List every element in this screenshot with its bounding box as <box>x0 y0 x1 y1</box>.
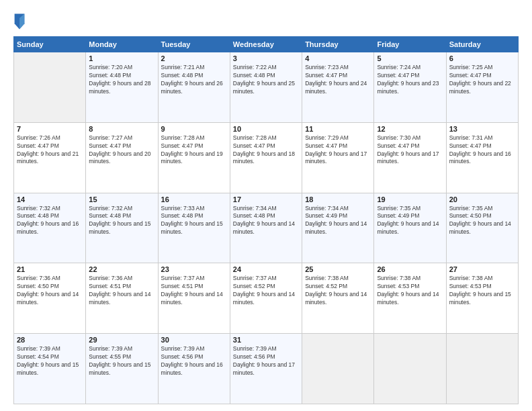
header-row: SundayMondayTuesdayWednesdayThursdayFrid… <box>14 37 519 52</box>
day-number: 14 <box>17 195 83 203</box>
day-info: Sunrise: 7:35 AMSunset: 4:50 PMDaylight:… <box>449 205 515 237</box>
day-cell: 10Sunrise: 7:28 AMSunset: 4:47 PMDayligh… <box>230 122 302 193</box>
day-number: 1 <box>89 54 154 62</box>
day-cell <box>14 52 86 123</box>
logo-icon <box>13 12 26 31</box>
day-number: 27 <box>449 265 515 273</box>
day-info: Sunrise: 7:39 AMSunset: 4:55 PMDaylight:… <box>89 345 154 377</box>
day-info: Sunrise: 7:21 AMSunset: 4:48 PMDaylight:… <box>161 64 227 96</box>
week-row-5: 28Sunrise: 7:39 AMSunset: 4:54 PMDayligh… <box>14 334 519 404</box>
col-header-friday: Friday <box>374 37 446 52</box>
day-number: 24 <box>233 265 299 273</box>
day-info: Sunrise: 7:28 AMSunset: 4:47 PMDaylight:… <box>233 134 299 167</box>
day-cell: 28Sunrise: 7:39 AMSunset: 4:54 PMDayligh… <box>14 334 86 404</box>
day-info: Sunrise: 7:38 AMSunset: 4:53 PMDaylight:… <box>377 275 443 307</box>
day-cell: 7Sunrise: 7:26 AMSunset: 4:47 PMDaylight… <box>14 122 86 193</box>
day-number: 15 <box>89 195 154 203</box>
day-number: 17 <box>233 195 299 203</box>
day-info: Sunrise: 7:39 AMSunset: 4:56 PMDaylight:… <box>233 345 299 377</box>
day-cell: 8Sunrise: 7:27 AMSunset: 4:47 PMDaylight… <box>86 122 158 193</box>
day-info: Sunrise: 7:39 AMSunset: 4:54 PMDaylight:… <box>17 345 83 377</box>
day-info: Sunrise: 7:32 AMSunset: 4:48 PMDaylight:… <box>17 205 83 237</box>
day-info: Sunrise: 7:39 AMSunset: 4:56 PMDaylight:… <box>161 345 227 377</box>
day-cell: 16Sunrise: 7:33 AMSunset: 4:48 PMDayligh… <box>158 193 230 263</box>
day-number: 21 <box>17 265 83 273</box>
day-cell: 5Sunrise: 7:24 AMSunset: 4:47 PMDaylight… <box>374 52 446 123</box>
day-number: 22 <box>89 265 154 273</box>
day-cell: 11Sunrise: 7:29 AMSunset: 4:47 PMDayligh… <box>302 122 374 193</box>
day-number: 12 <box>377 125 443 133</box>
day-cell: 2Sunrise: 7:21 AMSunset: 4:48 PMDaylight… <box>158 52 230 123</box>
week-row-4: 21Sunrise: 7:36 AMSunset: 4:50 PMDayligh… <box>14 263 519 334</box>
day-cell: 13Sunrise: 7:31 AMSunset: 4:47 PMDayligh… <box>446 122 518 193</box>
day-info: Sunrise: 7:33 AMSunset: 4:48 PMDaylight:… <box>161 205 227 237</box>
col-header-thursday: Thursday <box>302 37 374 52</box>
week-row-2: 7Sunrise: 7:26 AMSunset: 4:47 PMDaylight… <box>14 122 519 193</box>
day-number: 11 <box>305 125 371 133</box>
day-number: 18 <box>305 195 371 203</box>
day-cell: 4Sunrise: 7:23 AMSunset: 4:47 PMDaylight… <box>302 52 374 123</box>
header <box>13 12 519 31</box>
day-info: Sunrise: 7:24 AMSunset: 4:47 PMDaylight:… <box>377 64 443 96</box>
day-cell: 25Sunrise: 7:38 AMSunset: 4:52 PMDayligh… <box>302 263 374 334</box>
day-cell: 22Sunrise: 7:36 AMSunset: 4:51 PMDayligh… <box>86 263 158 334</box>
day-cell: 3Sunrise: 7:22 AMSunset: 4:48 PMDaylight… <box>230 52 302 123</box>
day-cell: 27Sunrise: 7:38 AMSunset: 4:53 PMDayligh… <box>446 263 518 334</box>
day-cell: 31Sunrise: 7:39 AMSunset: 4:56 PMDayligh… <box>230 334 302 404</box>
day-info: Sunrise: 7:26 AMSunset: 4:47 PMDaylight:… <box>17 134 83 167</box>
day-number: 13 <box>449 125 515 133</box>
col-header-sunday: Sunday <box>14 37 86 52</box>
day-info: Sunrise: 7:37 AMSunset: 4:52 PMDaylight:… <box>233 275 299 307</box>
day-info: Sunrise: 7:22 AMSunset: 4:48 PMDaylight:… <box>233 64 299 96</box>
day-cell: 21Sunrise: 7:36 AMSunset: 4:50 PMDayligh… <box>14 263 86 334</box>
day-cell: 24Sunrise: 7:37 AMSunset: 4:52 PMDayligh… <box>230 263 302 334</box>
day-number: 25 <box>305 265 371 273</box>
day-cell: 26Sunrise: 7:38 AMSunset: 4:53 PMDayligh… <box>374 263 446 334</box>
day-info: Sunrise: 7:38 AMSunset: 4:53 PMDaylight:… <box>449 275 515 307</box>
day-cell <box>374 334 446 404</box>
day-cell: 19Sunrise: 7:35 AMSunset: 4:49 PMDayligh… <box>374 193 446 263</box>
day-cell: 20Sunrise: 7:35 AMSunset: 4:50 PMDayligh… <box>446 193 518 263</box>
day-number: 16 <box>161 195 227 203</box>
day-number: 3 <box>233 54 299 62</box>
day-number: 31 <box>233 336 299 344</box>
day-number: 28 <box>17 336 83 344</box>
day-info: Sunrise: 7:28 AMSunset: 4:47 PMDaylight:… <box>161 134 227 167</box>
day-info: Sunrise: 7:29 AMSunset: 4:47 PMDaylight:… <box>305 134 371 167</box>
day-cell: 1Sunrise: 7:20 AMSunset: 4:48 PMDaylight… <box>86 52 158 123</box>
day-number: 2 <box>161 54 227 62</box>
day-cell: 15Sunrise: 7:32 AMSunset: 4:48 PMDayligh… <box>86 193 158 263</box>
day-info: Sunrise: 7:31 AMSunset: 4:47 PMDaylight:… <box>449 134 515 167</box>
day-number: 30 <box>161 336 227 344</box>
day-number: 6 <box>449 54 515 62</box>
day-number: 19 <box>377 195 443 203</box>
day-number: 4 <box>305 54 371 62</box>
day-cell: 29Sunrise: 7:39 AMSunset: 4:55 PMDayligh… <box>86 334 158 404</box>
day-cell: 9Sunrise: 7:28 AMSunset: 4:47 PMDaylight… <box>158 122 230 193</box>
day-number: 20 <box>449 195 515 203</box>
day-info: Sunrise: 7:36 AMSunset: 4:50 PMDaylight:… <box>17 275 83 307</box>
day-number: 5 <box>377 54 443 62</box>
day-info: Sunrise: 7:20 AMSunset: 4:48 PMDaylight:… <box>89 64 154 96</box>
day-cell: 6Sunrise: 7:25 AMSunset: 4:47 PMDaylight… <box>446 52 518 123</box>
day-cell: 18Sunrise: 7:34 AMSunset: 4:49 PMDayligh… <box>302 193 374 263</box>
col-header-monday: Monday <box>86 37 158 52</box>
week-row-3: 14Sunrise: 7:32 AMSunset: 4:48 PMDayligh… <box>14 193 519 263</box>
day-number: 8 <box>89 125 154 133</box>
day-info: Sunrise: 7:32 AMSunset: 4:48 PMDaylight:… <box>89 205 154 237</box>
col-header-tuesday: Tuesday <box>158 37 230 52</box>
page: SundayMondayTuesdayWednesdayThursdayFrid… <box>0 0 532 411</box>
week-row-1: 1Sunrise: 7:20 AMSunset: 4:48 PMDaylight… <box>14 52 519 123</box>
calendar-table: SundayMondayTuesdayWednesdayThursdayFrid… <box>13 36 519 404</box>
day-info: Sunrise: 7:37 AMSunset: 4:51 PMDaylight:… <box>161 275 227 307</box>
day-info: Sunrise: 7:38 AMSunset: 4:52 PMDaylight:… <box>305 275 371 307</box>
col-header-wednesday: Wednesday <box>230 37 302 52</box>
day-cell <box>446 334 518 404</box>
day-number: 26 <box>377 265 443 273</box>
day-cell: 14Sunrise: 7:32 AMSunset: 4:48 PMDayligh… <box>14 193 86 263</box>
day-info: Sunrise: 7:36 AMSunset: 4:51 PMDaylight:… <box>89 275 154 307</box>
day-info: Sunrise: 7:35 AMSunset: 4:49 PMDaylight:… <box>377 205 443 237</box>
day-number: 7 <box>17 125 83 133</box>
day-cell: 30Sunrise: 7:39 AMSunset: 4:56 PMDayligh… <box>158 334 230 404</box>
day-cell: 23Sunrise: 7:37 AMSunset: 4:51 PMDayligh… <box>158 263 230 334</box>
